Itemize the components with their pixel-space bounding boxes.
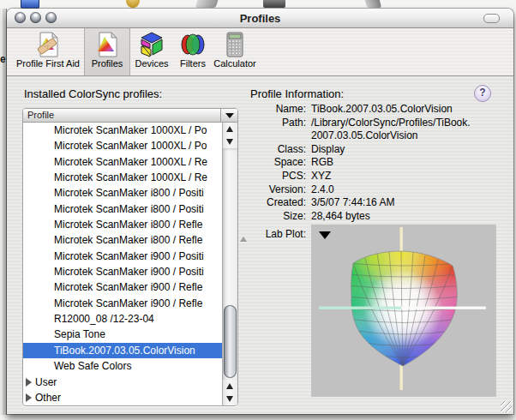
field-label: Name: xyxy=(212,103,306,117)
field-value: 3/5/07 7:44:16 AM xyxy=(311,196,394,210)
field-label: Created: xyxy=(212,196,306,210)
background-icon-fragment xyxy=(365,0,381,8)
list-group-other[interactable]: Other xyxy=(23,390,223,405)
calculator-icon xyxy=(221,31,249,58)
field-value: TiBook.2007.03.05.ColorVision xyxy=(311,103,453,117)
list-item[interactable]: Web Safe Colors xyxy=(23,358,223,374)
profile-information-heading: Profile Information: xyxy=(250,87,344,100)
list-item[interactable]: Microtek ScanMaker i800 / Positi xyxy=(23,201,223,217)
field-label: Version: xyxy=(212,183,306,197)
profile-column-header: Profile xyxy=(27,110,54,120)
list-item[interactable]: Microtek ScanMaker i800 / Refle xyxy=(23,217,223,232)
plot-disclosure-icon[interactable] xyxy=(319,231,331,239)
toolbar-label: Profile First Aid xyxy=(10,58,86,69)
list-item[interactable]: Microtek ScanMaker i900 / Positi xyxy=(23,249,223,264)
installed-profiles-heading: Installed ColorSync profiles: xyxy=(24,87,162,100)
toolbar-item-filters[interactable]: Filters xyxy=(176,28,210,75)
list-item[interactable]: Microtek ScanMaker i900 / Positi xyxy=(23,264,223,279)
field-label: Space: xyxy=(212,156,306,170)
profile-first-aid-icon xyxy=(34,31,62,58)
list-item[interactable]: R12000_08 /12-23-04 xyxy=(23,311,223,327)
list-group-user[interactable]: User xyxy=(23,375,223,390)
field-value: 28,464 bytes xyxy=(311,210,370,224)
field-value: /Library/ColorSync/Profiles/TiBook. 2007… xyxy=(311,117,471,143)
list-item[interactable]: Microtek ScanMaker i800 / Refle xyxy=(23,232,223,248)
group-label: Other xyxy=(35,392,61,404)
toolbar-label: Calculator xyxy=(213,58,257,69)
collapse-button[interactable] xyxy=(483,14,500,23)
gamut-plot-figure xyxy=(312,225,495,396)
list-item[interactable]: Sepia Tone xyxy=(23,327,223,342)
scrollbar-thumb[interactable] xyxy=(224,305,237,378)
scroll-up-button[interactable] xyxy=(223,380,237,393)
toolbar: Profile First Aid Profiles xyxy=(7,28,513,76)
toolbar-label: Profiles xyxy=(85,58,129,69)
profile-list: Profile Microtek ScanMaker 1000XL / Po M… xyxy=(22,108,238,406)
filters-icon xyxy=(179,31,207,58)
titlebar[interactable]: Profiles xyxy=(7,9,513,28)
field-label: Size: xyxy=(212,210,306,224)
list-item[interactable]: Microtek ScanMaker i900 / Refle xyxy=(23,296,223,311)
toolbar-item-profile-first-aid[interactable]: Profile First Aid xyxy=(10,28,86,75)
resize-grip[interactable] xyxy=(501,401,512,412)
screen: e Profiles xyxy=(0,0,516,420)
field-label: Path: xyxy=(212,117,306,143)
list-item-selected[interactable]: TiBook.2007.03.05.ColorVision xyxy=(23,343,223,358)
field-value: XYZ xyxy=(311,170,331,183)
background-icon-fragment xyxy=(263,0,285,8)
toolbar-item-devices[interactable]: Devices xyxy=(131,28,172,75)
arrow-down-icon xyxy=(226,396,233,402)
background-window-text: e xyxy=(0,53,6,65)
profiles-icon xyxy=(93,31,121,58)
disclosure-triangle-icon[interactable] xyxy=(26,393,32,402)
devices-icon xyxy=(138,31,165,58)
field-value: Display xyxy=(311,143,345,157)
profile-list-header[interactable]: Profile xyxy=(23,109,237,123)
list-item[interactable]: Microtek ScanMaker i800 / Positi xyxy=(23,185,223,201)
list-item[interactable]: Microtek ScanMaker 1000XL / Po xyxy=(23,123,223,138)
lab-plot-label: Lab Plot: xyxy=(212,228,306,242)
toolbar-item-calculator[interactable]: Calculator xyxy=(213,28,257,75)
list-item[interactable]: Microtek ScanMaker 1000XL / Po xyxy=(23,138,223,153)
window-title: Profiles xyxy=(7,12,513,25)
field-value: RGB xyxy=(311,156,333,170)
toolbar-label: Devices xyxy=(131,58,172,69)
disclosure-triangle-icon[interactable] xyxy=(26,378,32,387)
scroll-down-button[interactable] xyxy=(223,393,237,405)
arrow-up-icon xyxy=(226,383,233,389)
background-icon-fragment xyxy=(21,0,39,9)
list-item[interactable]: Microtek ScanMaker 1000XL / Re xyxy=(23,154,223,170)
toolbar-label: Filters xyxy=(176,58,210,69)
background-icon-fragment xyxy=(126,0,140,8)
group-label: User xyxy=(35,376,57,388)
toolbar-item-profiles[interactable]: Profiles xyxy=(84,28,130,75)
lab-plot xyxy=(312,225,495,396)
colorsync-profiles-window: Profiles Profile First Aid xyxy=(7,9,513,414)
help-button[interactable]: ? xyxy=(474,85,491,102)
background-icon-fragment xyxy=(195,0,219,8)
background-window-edge: e xyxy=(0,9,7,415)
list-item[interactable]: Microtek ScanMaker 1000XL / Re xyxy=(23,170,223,185)
profile-rows: Microtek ScanMaker 1000XL / Po Microtek … xyxy=(23,123,223,405)
field-label: PCS: xyxy=(212,170,306,183)
field-value: 2.4.0 xyxy=(311,183,334,197)
profile-information: Name:TiBook.2007.03.05.ColorVision Path:… xyxy=(212,103,507,242)
field-label: Class: xyxy=(212,143,306,157)
list-item[interactable]: Microtek ScanMaker i900 / Refle xyxy=(23,279,223,295)
